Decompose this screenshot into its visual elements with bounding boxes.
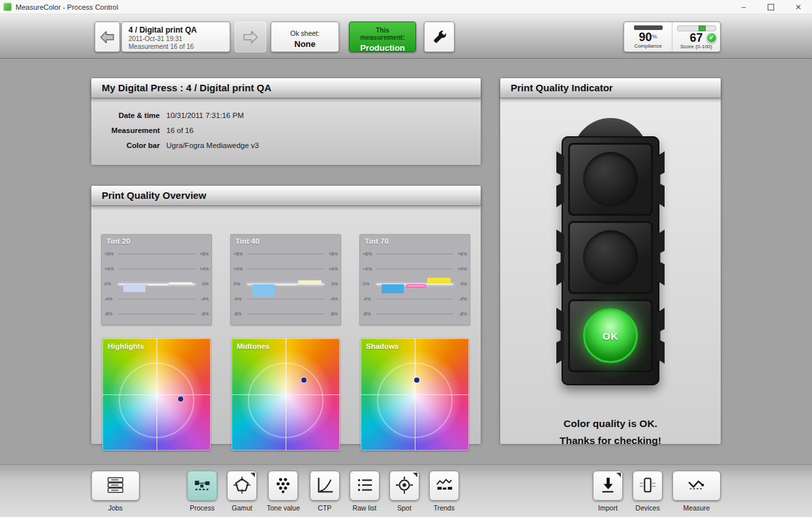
gridline bbox=[247, 254, 324, 254]
gridline bbox=[118, 254, 195, 254]
close-button[interactable]: ✕ bbox=[785, 0, 812, 14]
highlights-sample-dot bbox=[178, 396, 183, 402]
cyan-deviation-bar bbox=[382, 284, 404, 293]
tint-70-chart: Tint 70 +8%+8%+4%+4%0%0%-4%-4%-8%-8% bbox=[359, 234, 470, 325]
overview-panel-title: Print Quality Overview bbox=[91, 186, 481, 206]
job-info-panel: My Digital Press : 4 / Digital print QA … bbox=[91, 78, 481, 164]
score-slider-thumb bbox=[699, 25, 706, 31]
ok-sheet-button[interactable]: Ok sheet: None bbox=[271, 22, 339, 52]
gridline bbox=[247, 269, 324, 269]
current-measurement-info[interactable]: 4 / Digital print QA 2011-Oct-31 19:31 M… bbox=[121, 22, 230, 52]
minimize-button[interactable]: – bbox=[730, 0, 757, 14]
ctp-button[interactable] bbox=[310, 471, 340, 501]
jobs-button[interactable] bbox=[91, 471, 140, 501]
arrow-left-icon bbox=[99, 29, 115, 46]
trends-button[interactable] bbox=[429, 471, 459, 501]
magenta-deviation-bar bbox=[406, 284, 426, 288]
axis-tick-label: -8% bbox=[459, 312, 467, 316]
measure-button[interactable] bbox=[672, 471, 721, 501]
app-logo-icon bbox=[3, 3, 12, 11]
gridline bbox=[118, 269, 195, 269]
gamut-tolerance-ring bbox=[119, 362, 194, 438]
devices-icon bbox=[638, 475, 657, 497]
axis-tick-label: +4% bbox=[363, 267, 372, 271]
ok-sheet-label: Ok sheet: bbox=[275, 29, 335, 37]
spot-button[interactable] bbox=[389, 471, 419, 501]
axis-tick-label: +4% bbox=[233, 267, 243, 271]
gridline bbox=[118, 314, 195, 314]
traffic-light: OK bbox=[555, 136, 666, 385]
gridline bbox=[118, 299, 195, 299]
job-panel-title: My Digital Press : 4 / Digital print QA bbox=[91, 78, 481, 98]
compliance-value: 90 bbox=[639, 31, 652, 44]
raw-list-button[interactable] bbox=[350, 471, 380, 501]
process-button[interactable] bbox=[187, 471, 217, 501]
traffic-light-body: OK bbox=[562, 136, 659, 385]
close-icon: ✕ bbox=[795, 3, 802, 12]
score-slider bbox=[677, 25, 716, 31]
ok-sheet-value: None bbox=[275, 39, 335, 49]
toolbar-item: Spot bbox=[389, 471, 419, 512]
job-info-row: Measurement16 of 16 bbox=[91, 123, 481, 138]
tint-70-title: Tint 70 bbox=[365, 237, 389, 245]
main-content: My Digital Press : 4 / Digital print QA … bbox=[0, 59, 812, 464]
axis-tick-label: -8% bbox=[201, 312, 209, 316]
import-button[interactable] bbox=[593, 471, 623, 501]
axis-tick-label: 0% bbox=[104, 282, 111, 286]
toolbar-item-label: Gamut bbox=[232, 504, 252, 512]
measurement-mode-value: Production bbox=[353, 43, 412, 53]
traffic-light-green-section: OK bbox=[568, 299, 653, 372]
maximize-button[interactable] bbox=[757, 0, 785, 14]
magenta-deviation-bar bbox=[277, 284, 297, 286]
traffic-light-red-section bbox=[568, 143, 653, 216]
settings-button[interactable] bbox=[424, 22, 455, 52]
compliance-cell: 90% Compliance bbox=[624, 22, 672, 52]
job-info-row: Color barUgra/Fogra Mediawedge v3 bbox=[91, 138, 481, 153]
bottom-toolbar: Jobs ProcessGamutTone valueCTPRaw listSp… bbox=[0, 464, 812, 517]
quality-stats: 90% Compliance 67 Score (0-100) ✓ bbox=[624, 22, 721, 52]
previous-measurement-button[interactable] bbox=[95, 22, 120, 52]
import-icon bbox=[598, 475, 618, 497]
axis-tick-label: -4% bbox=[201, 297, 209, 301]
gridline bbox=[247, 299, 324, 299]
job-row-label: Date & time bbox=[91, 111, 160, 119]
indicator-message-line2: Thanks for checking! bbox=[500, 432, 721, 449]
axis-tick-label: +8% bbox=[233, 252, 243, 256]
gamut-tolerance-ring bbox=[248, 362, 323, 438]
next-measurement-button[interactable] bbox=[235, 22, 266, 52]
gridline bbox=[247, 314, 324, 314]
traffic-light-bracket bbox=[556, 308, 564, 364]
axis-tick-label: +8% bbox=[329, 252, 338, 256]
toolbar-group-views: ProcessGamutTone valueCTPRaw listSpotTre… bbox=[187, 471, 459, 512]
indicator-message-line1: Color quality is OK. bbox=[500, 415, 721, 432]
wrench-icon bbox=[430, 28, 449, 46]
axis-tick-label: -8% bbox=[233, 312, 241, 316]
measure-icon bbox=[683, 475, 710, 497]
gridline bbox=[376, 254, 453, 254]
window-title: MeasureColor - Process Control bbox=[16, 3, 118, 11]
gamut-tolerance-ring bbox=[377, 362, 453, 438]
shadows-title: Shadows bbox=[366, 342, 398, 350]
toolbar-group-jobs: Jobs bbox=[91, 471, 140, 512]
shortcut-corner-icon bbox=[616, 473, 621, 477]
axis-tick-label: -4% bbox=[233, 297, 241, 301]
yellow-deviation-bar bbox=[427, 278, 451, 284]
tone-value-button[interactable] bbox=[268, 471, 298, 501]
yellow-deviation-bar bbox=[169, 282, 192, 284]
toolbar-item-label: Measure bbox=[684, 504, 710, 512]
gridline bbox=[376, 299, 453, 299]
measurement-mode-button[interactable]: This measurement: Production bbox=[349, 22, 416, 52]
toolbar-item-label: Jobs bbox=[108, 504, 123, 512]
gamut-button[interactable] bbox=[227, 471, 257, 501]
axis-tick-label: -8% bbox=[330, 312, 338, 316]
axis-tick-label: -8% bbox=[104, 312, 112, 316]
gamut-icon bbox=[232, 475, 252, 497]
toolbar-item: Gamut bbox=[227, 471, 257, 512]
midtones-sample-dot bbox=[301, 377, 307, 383]
job-row-label: Color bar bbox=[91, 141, 160, 149]
devices-button[interactable] bbox=[633, 471, 663, 501]
axis-tick-label: -4% bbox=[104, 297, 112, 301]
raw-list-icon bbox=[355, 475, 374, 497]
toolbar-item-label: Import bbox=[598, 504, 618, 512]
job-row-value: 10/31/2011 7:31:16 PM bbox=[166, 111, 244, 119]
